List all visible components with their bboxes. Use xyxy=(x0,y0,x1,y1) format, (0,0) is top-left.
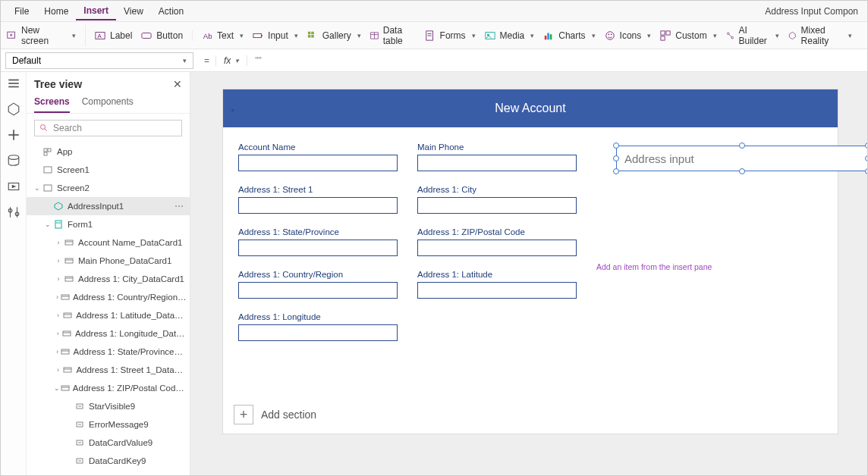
add-section-label: Add section xyxy=(261,409,316,421)
forms-button[interactable]: Forms▾ xyxy=(425,30,476,41)
add-section-button[interactable]: + xyxy=(234,405,253,424)
resize-handle[interactable] xyxy=(739,168,745,174)
resize-handle[interactable] xyxy=(613,142,619,149)
form-field[interactable]: Address 1: Latitude xyxy=(417,270,577,299)
fx-button[interactable]: fx▾ xyxy=(215,55,247,66)
form-field[interactable]: Account Name xyxy=(238,142,398,171)
field-input[interactable] xyxy=(238,155,398,171)
tree-row[interactable]: ›Address 1: State/Province_DataCard1 xyxy=(27,343,190,361)
tree-row[interactable]: Screen1 xyxy=(27,161,190,179)
more-icon[interactable]: ⋯ xyxy=(171,201,187,211)
plus-icon[interactable] xyxy=(7,128,20,142)
svg-rect-62 xyxy=(64,313,71,318)
field-input[interactable] xyxy=(417,240,577,256)
tree-row[interactable]: ›Address 1: Longitude_DataCard1 xyxy=(27,324,190,343)
button-button[interactable]: Button xyxy=(141,30,183,41)
new-screen-button[interactable]: New screen▾ xyxy=(7,25,76,46)
resize-handle[interactable] xyxy=(739,142,745,149)
canvas-area[interactable]: New Account * Account NameMain PhoneAddr… xyxy=(190,72,867,475)
tree-row[interactable]: ErrorMessage9 xyxy=(27,415,190,434)
tree-icon[interactable] xyxy=(7,102,20,116)
tree-row[interactable]: ›Address 1: Latitude_DataCard1 xyxy=(27,306,190,324)
tree-row[interactable]: ›Address 1: Country/Region_DataCard1 xyxy=(27,288,190,306)
svg-rect-21 xyxy=(545,36,547,39)
tree-row[interactable]: ›Account Name_DataCard1 xyxy=(27,233,190,252)
address-input-component[interactable]: Address input xyxy=(616,146,867,171)
tree-row[interactable]: ›?Canvas1 xyxy=(27,470,190,475)
field-input[interactable] xyxy=(238,324,398,341)
field-input[interactable] xyxy=(417,282,577,299)
svg-rect-56 xyxy=(65,258,73,263)
resize-handle[interactable] xyxy=(613,168,619,174)
tree-body[interactable]: AppScreen1⌄Screen2AddressInput1⋯⌄Form1›A… xyxy=(27,142,190,475)
svg-point-26 xyxy=(610,33,612,35)
svg-rect-29 xyxy=(661,36,665,39)
menu-view[interactable]: View xyxy=(116,3,151,20)
tree-row[interactable]: ›Address 1: City_DataCard1 xyxy=(27,270,190,288)
tree-row[interactable]: ⌄Form1 xyxy=(27,215,190,233)
form-field[interactable]: Address 1: ZIP/Postal Code xyxy=(417,227,577,256)
resize-handle[interactable] xyxy=(865,155,867,161)
tree-row[interactable]: ›Address 1: Street 1_DataCard1 xyxy=(27,361,190,379)
svg-rect-5 xyxy=(142,33,151,38)
address-placeholder: Address input xyxy=(624,152,694,165)
resize-handle[interactable] xyxy=(613,155,619,161)
menu-home[interactable]: Home xyxy=(36,3,76,20)
custom-button[interactable]: Custom▾ xyxy=(660,30,716,41)
input-button[interactable]: Input▾ xyxy=(253,30,298,41)
tree-row[interactable]: DataCardKey9 xyxy=(27,452,190,470)
svg-rect-49 xyxy=(44,152,47,155)
tree-row[interactable]: StarVisible9 xyxy=(27,397,190,415)
tree-row[interactable]: App xyxy=(27,142,190,161)
field-input[interactable] xyxy=(238,240,398,256)
resize-handle[interactable] xyxy=(865,142,867,149)
menu-file[interactable]: File xyxy=(7,3,36,20)
tree-row[interactable]: ›Main Phone_DataCard1 xyxy=(27,252,190,270)
tree-row[interactable]: DataCardValue9 xyxy=(27,434,190,452)
tools-icon[interactable] xyxy=(7,205,20,219)
tab-components[interactable]: Components xyxy=(82,96,134,113)
mixed-reality-button[interactable]: Mixed Reality▾ xyxy=(788,25,852,46)
form-field[interactable]: Address 1: Street 1 xyxy=(238,185,398,214)
text-button[interactable]: Ab Text▾ xyxy=(202,30,244,41)
gallery-button[interactable]: Gallery▾ xyxy=(307,30,361,41)
text-icon: Ab xyxy=(202,30,212,41)
menu-action[interactable]: Action xyxy=(151,3,191,20)
form-field[interactable]: Main Phone xyxy=(417,142,577,171)
charts-button[interactable]: Charts▾ xyxy=(543,30,595,41)
svg-point-38 xyxy=(8,155,19,160)
form-field[interactable]: Address 1: State/Province xyxy=(238,227,398,256)
svg-rect-47 xyxy=(44,149,47,152)
icons-button[interactable]: Icons▾ xyxy=(605,30,652,41)
svg-rect-11 xyxy=(308,35,311,38)
form-field[interactable]: Address 1: Longitude xyxy=(238,312,398,341)
svg-rect-68 xyxy=(64,368,71,372)
formula-input[interactable]: "" xyxy=(247,55,867,66)
form-field[interactable]: Address 1: Country/Region xyxy=(238,270,398,299)
ai-builder-button[interactable]: AI Builder▾ xyxy=(726,25,779,46)
form-field[interactable]: Address 1: City xyxy=(417,185,577,214)
tree-row[interactable]: ⌄Screen2 xyxy=(27,179,190,197)
field-input[interactable] xyxy=(417,155,577,171)
tab-screens[interactable]: Screens xyxy=(34,96,70,113)
field-input[interactable] xyxy=(417,197,577,214)
screen-preview[interactable]: New Account * Account NameMain PhoneAddr… xyxy=(222,89,838,434)
menu-insert[interactable]: Insert xyxy=(76,2,116,20)
svg-rect-10 xyxy=(311,31,314,34)
field-input[interactable] xyxy=(238,197,398,214)
tree-row[interactable]: AddressInput1⋯ xyxy=(27,197,190,215)
field-input[interactable] xyxy=(238,282,398,299)
media-button[interactable]: Media▾ xyxy=(485,30,535,41)
tree-row[interactable]: ⌄Address 1: ZIP/Postal Code_DataCard1 xyxy=(27,379,190,397)
svg-line-32 xyxy=(728,33,731,36)
close-icon[interactable]: ✕ xyxy=(173,78,182,90)
data-icon[interactable] xyxy=(7,154,20,168)
property-selector[interactable]: Default▾ xyxy=(5,52,193,69)
media-rail-icon[interactable] xyxy=(7,180,20,193)
hamburger-icon[interactable] xyxy=(7,77,20,90)
left-rail xyxy=(1,72,27,475)
label-button[interactable]: A Label xyxy=(95,30,132,41)
search-input[interactable]: Search xyxy=(34,120,182,136)
data-table-button[interactable]: Data table xyxy=(370,25,416,46)
resize-handle[interactable] xyxy=(865,168,867,174)
